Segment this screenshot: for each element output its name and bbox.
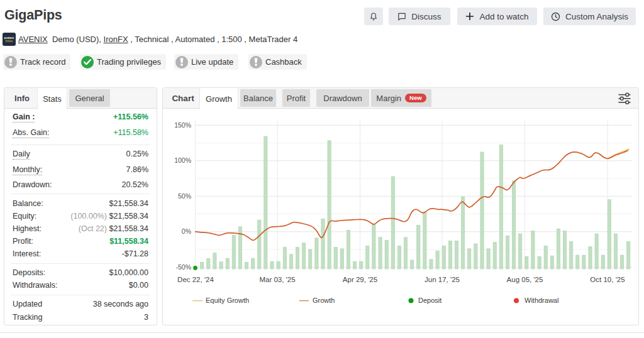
svg-text:-50%: -50% xyxy=(175,263,191,271)
svg-text:Oct 10, '25: Oct 10, '25 xyxy=(590,276,625,283)
svg-text:150%: 150% xyxy=(174,121,191,129)
svg-text:Mar 03, '25: Mar 03, '25 xyxy=(259,276,295,283)
svg-text:100%: 100% xyxy=(174,156,191,164)
svg-text:Withdrawal: Withdrawal xyxy=(525,297,558,304)
svg-text:Jun 17, '25: Jun 17, '25 xyxy=(425,276,460,283)
svg-text:Dec 22, '24: Dec 22, '24 xyxy=(177,276,214,283)
svg-text:50%: 50% xyxy=(178,192,191,200)
svg-text:Aug 05, '25: Aug 05, '25 xyxy=(507,276,543,283)
svg-text:Growth: Growth xyxy=(313,297,335,304)
svg-text:Equity Growth: Equity Growth xyxy=(206,297,249,304)
svg-text:Deposit: Deposit xyxy=(418,297,441,304)
svg-text:0%: 0% xyxy=(182,227,191,235)
svg-text:Apr 29, '25: Apr 29, '25 xyxy=(343,276,377,283)
